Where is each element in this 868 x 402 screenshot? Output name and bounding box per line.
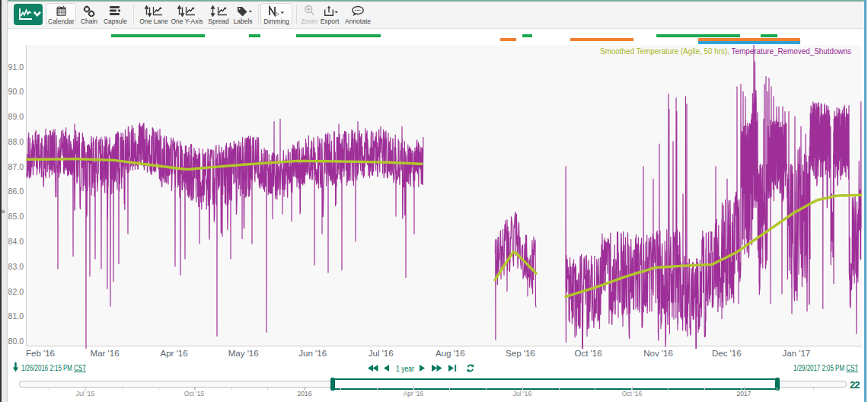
svg-text:1 year: 1 year	[396, 365, 415, 373]
